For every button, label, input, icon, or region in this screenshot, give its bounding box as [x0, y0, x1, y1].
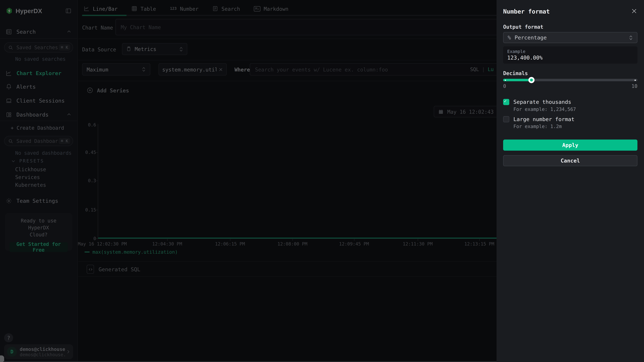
large-number-checkbox[interactable]: [503, 116, 509, 122]
example-value: 123,400.00%: [507, 54, 634, 61]
slider-fill: [503, 79, 531, 81]
panel-title: Number format: [503, 8, 550, 15]
output-format-label: Output format: [503, 24, 544, 30]
separate-thousands-checkbox[interactable]: [503, 99, 509, 105]
separate-thousands-hint: For example: 1,234,567: [514, 106, 576, 112]
separate-thousands-row[interactable]: Separate thousands: [503, 99, 571, 105]
example-label: Example: [507, 49, 634, 54]
app-window: HyperDX Search ⌘ K No saved searches: [0, 0, 644, 362]
slider-min-label: 0: [503, 83, 506, 89]
apply-button[interactable]: Apply: [503, 140, 638, 151]
large-number-hint: For example: 1.2m: [514, 123, 562, 129]
select-chevrons-icon: [629, 35, 633, 40]
output-format-select[interactable]: % Percentage: [503, 32, 638, 43]
example-box: Example 123,400.00%: [503, 46, 638, 64]
slider-max-label: 10: [632, 83, 638, 89]
large-number-row[interactable]: Large number format: [503, 116, 574, 122]
slider-thumb[interactable]: [528, 77, 534, 83]
large-number-label: Large number format: [514, 116, 574, 122]
decimals-slider[interactable]: [503, 79, 638, 81]
separate-thousands-label: Separate thousands: [514, 99, 571, 105]
slider-max-dot: [634, 79, 636, 81]
cancel-button[interactable]: Cancel: [503, 155, 638, 166]
close-icon[interactable]: [631, 8, 638, 14]
output-format-value: Percentage: [514, 34, 547, 41]
number-format-panel: Number format Output format % Percentage…: [496, 0, 644, 362]
decimals-label: Decimals: [503, 70, 528, 76]
percent-icon: %: [508, 34, 511, 41]
